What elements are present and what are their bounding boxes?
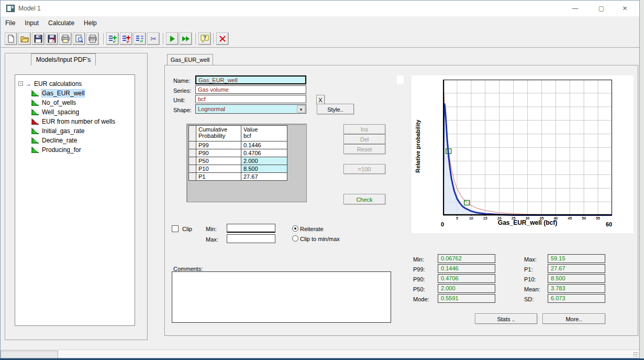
delete-icon[interactable] bbox=[216, 32, 229, 45]
table-row[interactable]: P108.500 bbox=[189, 165, 287, 173]
unit-input[interactable] bbox=[195, 95, 306, 103]
chart-xlabel: Gas_EUR_well (bcf) bbox=[443, 219, 612, 226]
x-button[interactable]: X bbox=[316, 95, 325, 104]
menu-file[interactable]: File bbox=[1, 16, 20, 30]
comments-textarea[interactable] bbox=[172, 271, 391, 323]
renumber-rows-icon[interactable] bbox=[134, 32, 146, 45]
page-setup-icon[interactable] bbox=[86, 32, 99, 45]
svg-text:?: ? bbox=[51, 37, 55, 43]
shape-select[interactable]: Lognormal ▼ bbox=[195, 104, 306, 114]
table-row[interactable]: P127.67 bbox=[189, 173, 287, 181]
mode-stat-value: 0.5591 bbox=[438, 294, 495, 303]
max-stat-value: 59.15 bbox=[548, 254, 605, 263]
clip-label: Clip bbox=[182, 226, 192, 232]
horizontal-scrollbar[interactable] bbox=[1, 350, 640, 358]
new-file-icon[interactable] bbox=[5, 32, 17, 45]
clip-to-minmax-radio[interactable] bbox=[292, 235, 298, 242]
mode-stat-label: Mode: bbox=[413, 296, 429, 302]
reiterate-label: Reiterate bbox=[300, 226, 324, 232]
name-label: Name: bbox=[173, 78, 190, 84]
run-icon[interactable] bbox=[166, 32, 179, 45]
help-icon[interactable]: ? bbox=[198, 32, 211, 45]
series-input[interactable] bbox=[195, 85, 306, 94]
run-all-icon[interactable] bbox=[180, 32, 192, 45]
tab-gas-eur-well[interactable]: Gas_EUR_well bbox=[167, 54, 213, 65]
reiterate-radio[interactable] bbox=[292, 225, 298, 232]
model-tree: − → EUR calculations Gas_EUR_well No_of_… bbox=[15, 74, 135, 326]
p1-stat-value: 27.67 bbox=[548, 264, 605, 273]
arrow-icon: → bbox=[25, 80, 31, 88]
menu-input[interactable]: Input bbox=[20, 16, 43, 30]
tree-item-initial-gas-rate[interactable]: Initial_gas_rate bbox=[31, 126, 84, 135]
minimize-button[interactable]: — bbox=[563, 1, 587, 16]
p99-stat-label: P99: bbox=[413, 266, 425, 272]
clip-checkbox[interactable] bbox=[172, 225, 179, 232]
check-button[interactable]: Check bbox=[343, 194, 385, 204]
save-icon[interactable] bbox=[32, 32, 45, 45]
p90-stat-value: 0.4706 bbox=[438, 274, 495, 283]
green-distribution-icon bbox=[31, 108, 39, 115]
tree-item-no-of-wells[interactable]: No_of_wells bbox=[31, 98, 76, 107]
tree-item-decline-rate[interactable]: Decline_rate bbox=[31, 136, 77, 145]
max-input[interactable] bbox=[227, 234, 275, 243]
mean-stat-value: 3.783 bbox=[548, 284, 605, 293]
tab-models-input-pdfs[interactable]: Models/Input PDF's bbox=[31, 53, 96, 66]
mean-stat-label: Mean: bbox=[524, 286, 540, 292]
svg-text:?: ? bbox=[203, 35, 206, 41]
cut-icon[interactable]: ✂ bbox=[147, 32, 160, 45]
stats-button[interactable]: Stats .. bbox=[475, 313, 537, 324]
min-stat-value: 0.06762 bbox=[438, 254, 495, 263]
green-distribution-icon bbox=[31, 90, 39, 96]
unit-label: Unit: bbox=[173, 97, 185, 103]
table-row[interactable]: P900.4706 bbox=[189, 149, 287, 157]
tree-root-eur-calculations[interactable]: − → EUR calculations bbox=[18, 79, 82, 88]
pdf-chart-plot bbox=[443, 80, 613, 216]
resize-grip[interactable] bbox=[633, 352, 638, 357]
more-button[interactable]: More.. bbox=[542, 313, 605, 324]
sidebar-panel: − → EUR calculations Gas_EUR_well No_of_… bbox=[5, 53, 148, 340]
del-button[interactable]: Del bbox=[343, 134, 385, 144]
red-distribution-icon bbox=[31, 118, 39, 125]
p1-stat-label: P1: bbox=[524, 266, 533, 272]
tree-item-gas-eur-well[interactable]: Gas_EUR_well bbox=[31, 89, 84, 97]
scrollbar-thumb[interactable] bbox=[1, 351, 58, 358]
open-file-icon[interactable] bbox=[18, 32, 31, 45]
p10-stat-label: P10: bbox=[524, 276, 536, 282]
clip-to-minmax-label: Clip to min/max bbox=[300, 236, 340, 242]
percentile-table[interactable]: CumulativeProbability Valuebcf P990.1446… bbox=[188, 125, 287, 181]
close-button[interactable]: ✕ bbox=[613, 1, 637, 16]
tree-item-eur-from-number-of-wells[interactable]: EUR from number of wells bbox=[31, 117, 115, 126]
ins-button[interactable]: Ins bbox=[343, 124, 385, 134]
collapse-icon[interactable]: − bbox=[18, 81, 23, 86]
table-row[interactable]: P502.000 bbox=[189, 157, 287, 165]
sd-stat-value: 6.073 bbox=[548, 294, 605, 303]
save-all-icon[interactable]: ? bbox=[46, 32, 58, 45]
menu-calculate[interactable]: Calculate bbox=[43, 16, 79, 30]
tree-item-producing-for[interactable]: Producing_for bbox=[31, 145, 81, 154]
tree-item-well-spacing[interactable]: Well_spacing bbox=[31, 107, 79, 116]
cursor-box bbox=[397, 75, 404, 84]
max-label: Max: bbox=[206, 236, 218, 243]
print-preview-icon[interactable] bbox=[73, 32, 85, 45]
print-icon[interactable] bbox=[59, 32, 72, 45]
p99-stat-value: 0.1446 bbox=[438, 264, 495, 273]
maximize-button[interactable]: ▢ bbox=[590, 1, 613, 16]
menu-help[interactable]: Help bbox=[79, 16, 102, 30]
eq100-button[interactable]: =100 bbox=[343, 164, 385, 174]
style-button[interactable]: Style.. bbox=[317, 104, 354, 114]
green-distribution-icon bbox=[31, 127, 39, 134]
chevron-down-icon[interactable]: ▼ bbox=[297, 105, 305, 113]
title-bar: Model 1 — ▢ ✕ bbox=[1, 1, 639, 16]
insert-row-red-icon[interactable] bbox=[120, 32, 132, 45]
percentile-table-panel: CumulativeProbability Valuebcf P990.1446… bbox=[186, 124, 307, 202]
p50-stat-value: 2.000 bbox=[438, 284, 495, 293]
shape-label: Shape: bbox=[173, 107, 192, 113]
reset-button[interactable]: Reset bbox=[343, 144, 385, 154]
insert-row-green-icon[interactable] bbox=[106, 32, 119, 45]
name-input[interactable] bbox=[195, 75, 306, 84]
table-row[interactable]: P990.1446 bbox=[189, 141, 287, 149]
app-window: Model 1 — ▢ ✕ File Input Calculate Help … bbox=[0, 0, 640, 358]
p10-stat-value: 8.500 bbox=[548, 274, 605, 283]
window-title: Model 1 bbox=[18, 5, 41, 12]
min-input[interactable] bbox=[227, 224, 275, 233]
